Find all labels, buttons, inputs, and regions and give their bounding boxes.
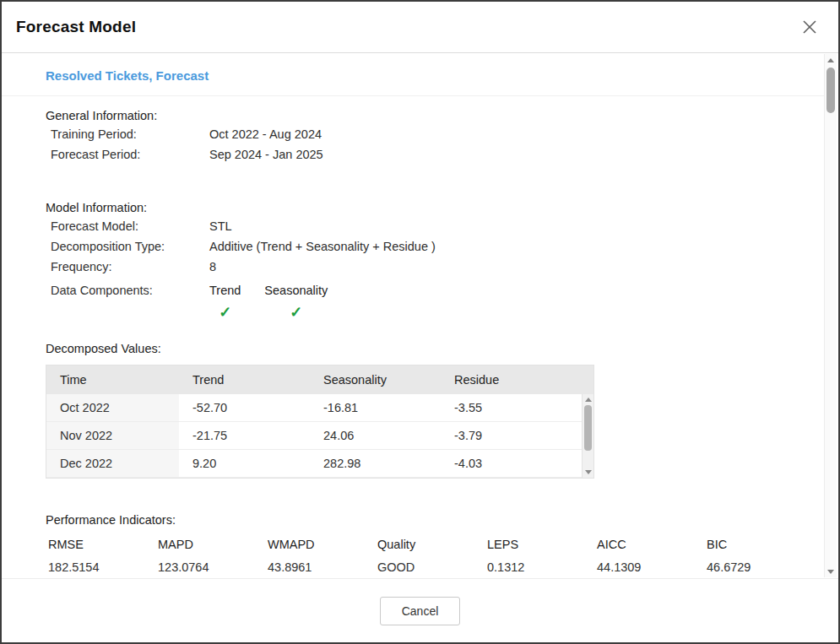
cell-time: Oct 2022 [46, 394, 179, 421]
check-icon: ✓ [209, 303, 241, 322]
scroll-up-icon[interactable] [585, 398, 592, 402]
column-header-time: Time [46, 373, 179, 387]
cell-seasonality: 24.06 [310, 422, 441, 449]
metric-value: 0.1312 [487, 560, 597, 576]
forecast-model-value: STL [209, 219, 232, 234]
forecast-period-value: Sep 2024 - Jan 2025 [209, 147, 323, 162]
data-components-row: Data Components: Trend ✓ Seasonality ✓ [51, 280, 824, 324]
metric-aicc: AICC 44.1309 [597, 537, 707, 576]
decomposition-type-row: Decomposition Type: Additive (Trend + Se… [51, 236, 824, 257]
metric-label: LEPS [487, 537, 597, 553]
metric-value: 44.1309 [597, 560, 707, 576]
component-trend-label: Trend [209, 283, 241, 298]
metric-label: RMSE [48, 537, 158, 553]
cell-trend: -21.75 [179, 422, 310, 449]
forecast-model-row: Forecast Model: STL [51, 216, 824, 236]
table-row: Oct 2022 -52.70 -16.81 -3.55 [46, 394, 593, 422]
decomposed-values-heading: Decomposed Values: [46, 341, 824, 357]
component-trend: Trend ✓ [209, 283, 241, 322]
frequency-value: 8 [209, 259, 216, 274]
dialog-header: Forecast Model [2, 2, 838, 53]
table-row: Nov 2022 -21.75 24.06 -3.79 [46, 422, 593, 450]
metric-value: 182.5154 [48, 560, 158, 576]
performance-heading: Performance Indicators: [46, 512, 824, 528]
metric-quality: Quality GOOD [377, 537, 487, 576]
training-period-row: Training Period: Oct 2022 - Aug 2024 [51, 124, 824, 144]
decomposition-type-label: Decomposition Type: [51, 239, 209, 254]
metric-label: MAPD [158, 537, 268, 553]
table-scrollbar-thumb[interactable] [584, 405, 592, 451]
data-components-label: Data Components: [51, 283, 209, 298]
cell-residue: -3.55 [441, 394, 593, 421]
metric-value: GOOD [377, 560, 487, 576]
metric-mapd: MAPD 123.0764 [158, 537, 268, 576]
metric-wmapd: WMAPD 43.8961 [268, 537, 377, 576]
table-row: Dec 2022 9.20 282.98 -4.03 [46, 450, 593, 478]
column-header-residue: Residue [441, 373, 593, 387]
cell-residue: -3.79 [441, 422, 593, 449]
metric-label: AICC [597, 537, 707, 553]
table-body: Oct 2022 -52.70 -16.81 -3.55 Nov 2022 -2… [46, 394, 593, 478]
dialog-title: Forecast Model [16, 18, 136, 36]
cell-seasonality: -16.81 [310, 394, 441, 421]
decomposed-values-table: Time Trend Seasonality Residue Oct 2022 … [46, 365, 594, 479]
report-title-link[interactable]: Resolved Tickets, Forecast [46, 68, 209, 83]
dialog-footer: Cancel [2, 578, 838, 642]
report-header: Resolved Tickets, Forecast [2, 54, 824, 96]
scroll-down-icon[interactable] [825, 566, 837, 577]
cell-trend: 9.20 [179, 450, 310, 477]
frequency-row: Frequency: 8 [51, 257, 824, 277]
metric-label: BIC [707, 537, 816, 553]
frequency-label: Frequency: [51, 259, 209, 274]
dialog-body: Resolved Tickets, Forecast General Infor… [2, 54, 824, 577]
column-header-trend: Trend [179, 373, 310, 387]
general-info-heading: General Information: [46, 108, 824, 124]
model-info-section: Model Information: Forecast Model: STL D… [2, 200, 824, 324]
cell-time: Dec 2022 [46, 450, 179, 477]
component-seasonality-label: Seasonality [264, 283, 328, 298]
forecast-model-dialog: Forecast Model Resolved Tickets, Forecas… [0, 0, 840, 644]
scroll-down-icon[interactable] [585, 470, 592, 474]
training-period-value: Oct 2022 - Aug 2024 [209, 127, 322, 142]
cell-seasonality: 282.98 [310, 450, 441, 477]
column-header-seasonality: Seasonality [310, 373, 441, 387]
decomposition-type-value: Additive (Trend + Seasonality + Residue … [209, 239, 436, 254]
general-info-section: General Information: Training Period: Oc… [2, 108, 824, 165]
metric-label: Quality [377, 537, 487, 553]
dialog-scrollbar-thumb[interactable] [826, 68, 835, 113]
metric-bic: BIC 46.6729 [707, 537, 816, 576]
table-scrollbar[interactable] [582, 394, 593, 478]
cancel-button[interactable]: Cancel [380, 597, 461, 625]
cell-trend: -52.70 [179, 394, 310, 421]
cell-time: Nov 2022 [46, 422, 179, 449]
performance-section: Performance Indicators: RMSE 182.5154 MA… [2, 512, 824, 576]
model-info-heading: Model Information: [46, 200, 824, 216]
component-seasonality: Seasonality ✓ [264, 283, 328, 322]
close-icon[interactable] [798, 15, 821, 39]
performance-metrics: RMSE 182.5154 MAPD 123.0764 WMAPD 43.896… [48, 537, 824, 576]
table-header-row: Time Trend Seasonality Residue [46, 365, 593, 394]
metric-value: 43.8961 [268, 560, 377, 576]
check-icon: ✓ [264, 303, 328, 322]
training-period-label: Training Period: [51, 127, 209, 142]
metric-label: WMAPD [268, 537, 377, 553]
forecast-period-row: Forecast Period: Sep 2024 - Jan 2025 [51, 144, 824, 165]
metric-value: 46.6729 [707, 560, 816, 576]
metric-leps: LEPS 0.1312 [487, 537, 597, 576]
forecast-model-label: Forecast Model: [51, 219, 209, 234]
metric-rmse: RMSE 182.5154 [48, 537, 158, 576]
cell-residue: -4.03 [441, 450, 593, 477]
dialog-scrollbar[interactable] [824, 54, 837, 577]
metric-value: 123.0764 [158, 560, 268, 576]
forecast-period-label: Forecast Period: [51, 147, 209, 162]
scroll-up-icon[interactable] [825, 54, 837, 66]
